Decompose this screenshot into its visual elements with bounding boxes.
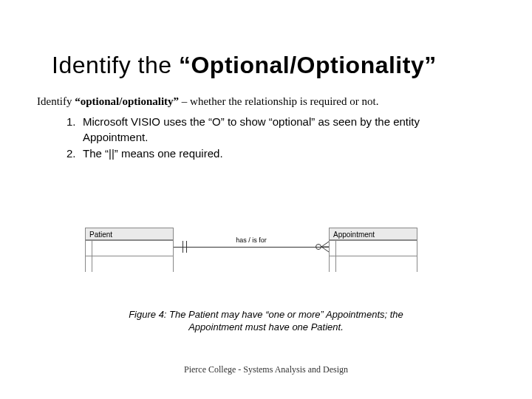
list-num: 1. xyxy=(66,115,83,145)
title-prefix: Identify the xyxy=(52,52,179,78)
relationship-label: has / is for xyxy=(233,236,269,244)
list-item: 1. Microsoft VISIO uses the “O” to show … xyxy=(66,115,480,145)
numbered-list: 1. Microsoft VISIO uses the “O” to show … xyxy=(0,115,532,161)
optional-many-notation-icon xyxy=(316,241,329,253)
footer-text: Pierce College - Systems Analysis and De… xyxy=(0,364,532,375)
intro-bold: “optional/optionality” xyxy=(75,95,179,107)
entity-body xyxy=(329,241,417,272)
intro-text: Identify “optional/optionality” – whethe… xyxy=(0,94,532,115)
relationship-line xyxy=(174,247,329,248)
intro-prefix: Identify xyxy=(37,95,75,107)
entity-header: Appointment xyxy=(329,228,417,241)
title-bold: “Optional/Optionality” xyxy=(179,52,437,78)
svg-point-0 xyxy=(316,245,321,250)
entity-divider xyxy=(92,241,92,272)
list-num: 2. xyxy=(66,146,83,161)
entity-body xyxy=(85,241,174,272)
list-item: 2. The “||” means one required. xyxy=(66,146,480,161)
list-text: Microsoft VISIO uses the “O” to show “op… xyxy=(83,115,480,145)
entity-patient: Patient xyxy=(85,228,174,272)
one-required-notation-icon xyxy=(183,241,190,253)
intro-suffix: – whether the relationship is required o… xyxy=(179,95,378,107)
erd-diagram: Patient Appointment has / is for xyxy=(85,220,417,287)
svg-line-3 xyxy=(321,247,329,252)
svg-line-1 xyxy=(321,242,329,247)
page-title: Identify the “Optional/Optionality” xyxy=(0,0,532,94)
entity-header: Patient xyxy=(85,228,174,241)
list-text: The “||” means one required. xyxy=(83,146,223,161)
figure-caption: Figure 4: The Patient may have “one or m… xyxy=(0,309,532,334)
entity-appointment: Appointment xyxy=(329,228,417,272)
entity-divider xyxy=(335,241,336,272)
